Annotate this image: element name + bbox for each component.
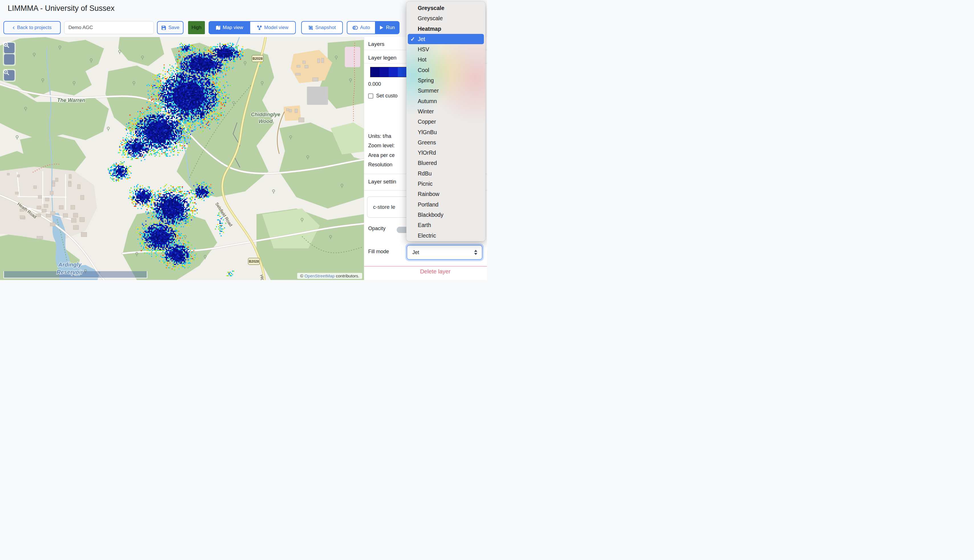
set-custom-label[interactable]: Set custo — [376, 93, 397, 99]
map-label-wood-2: Wood — [259, 118, 273, 124]
map-canvas-area[interactable]: The Warren Chiddinglye Wood Ardingly Res… — [0, 37, 364, 280]
run-label: Run — [386, 25, 395, 30]
dropdown-option-label: Blackbody — [418, 212, 444, 218]
checkmark-icon: ✓ — [410, 34, 415, 44]
dropdown-option-label: Greyscale — [418, 5, 444, 11]
fill-mode-label: Fill mode — [368, 249, 389, 255]
dropdown-option-label: Rainbow — [418, 191, 439, 197]
dropdown-option-electric[interactable]: Electric — [406, 230, 485, 241]
map-label-reservoir-1: Ardingly — [58, 262, 82, 268]
dropdown-option-greens[interactable]: Greens — [406, 137, 485, 148]
play-icon — [380, 25, 384, 30]
dropdown-option-winter[interactable]: Winter — [406, 106, 485, 117]
dropdown-option-label: Greens — [418, 139, 436, 145]
delete-layer-button[interactable]: Delete layer — [420, 268, 450, 275]
dropdown-option-cool[interactable]: Cool — [406, 65, 485, 75]
model-view-label: Model view — [264, 25, 289, 30]
legend-min-value: 0.000 — [368, 81, 381, 87]
set-custom-checkbox[interactable] — [368, 93, 373, 98]
dropdown-option-label: Summer — [418, 87, 439, 94]
map-label-selsfield-road: Selsfield Road — [214, 202, 233, 227]
dropdown-option-rainbow[interactable]: Rainbow — [406, 189, 485, 199]
dropdown-option-viridis[interactable]: Viridis — [406, 241, 485, 241]
fill-mode-dropdown-menu: GreyscaleGreyscaleHeatmap✓JetHSVHotCoolS… — [406, 2, 485, 241]
dropdown-option-label: Portland — [418, 202, 439, 208]
dropdown-option-label: Heatmap — [418, 26, 441, 32]
dropdown-option-summer[interactable]: Summer — [406, 85, 485, 96]
model-tree-icon — [257, 25, 262, 30]
dropdown-option-label: Copper — [418, 118, 436, 125]
auto-toggle-button[interactable]: Auto — [347, 21, 375, 34]
dropdown-option-bluered[interactable]: Bluered — [406, 158, 485, 168]
layer-legend-section-header[interactable]: Layer legen — [368, 55, 396, 61]
dropdown-option-label: HSV — [418, 46, 429, 52]
cstore-level-value: c-store le — [373, 204, 395, 210]
auto-label: Auto — [360, 25, 370, 30]
resolution-info: Resolution — [368, 162, 392, 168]
layer-settings-section-header[interactable]: Layer settin — [368, 178, 396, 185]
dropdown-option-label: Cool — [418, 67, 429, 73]
map-label-reservoir-2: Reservoir — [57, 269, 83, 275]
dropdown-option-autumn[interactable]: Autumn — [406, 96, 485, 106]
dropdown-option-portland[interactable]: Portland — [406, 199, 485, 210]
toggle-icon — [352, 26, 358, 30]
dropdown-option-greyscale: Greyscale — [406, 3, 485, 13]
units-info: Units: t/ha — [368, 133, 391, 139]
area-per-cell-info: Area per ce — [368, 152, 395, 158]
svg-text:B2028: B2028 — [249, 260, 259, 263]
dropdown-option-earth[interactable]: Earth — [406, 220, 485, 230]
snapshot-icon — [309, 25, 313, 30]
status-badge: High — [188, 21, 205, 34]
dropdown-option-blackbody[interactable]: Blackbody — [406, 210, 485, 220]
zoom-level-info: Zoom level: — [368, 143, 395, 149]
save-button[interactable]: Save — [157, 21, 183, 34]
map-label-the-warren: The Warren — [57, 97, 85, 103]
dropdown-option-label: Autumn — [418, 98, 437, 104]
snapshot-label: Snapshot — [315, 25, 336, 30]
map-label-layer: The Warren Chiddinglye Wood Ardingly Res… — [0, 37, 364, 280]
select-updown-icon — [474, 250, 478, 257]
page-title: LIMMMA - University of Sussex — [8, 4, 115, 13]
delete-divider — [364, 266, 487, 267]
road-shield-top: B2028 — [252, 55, 263, 62]
dropdown-option-label: Picnic — [418, 181, 433, 187]
save-icon — [161, 25, 166, 30]
map-view-label: Map view — [223, 25, 244, 30]
dropdown-option-copper[interactable]: Copper — [406, 117, 485, 127]
app-window: LIMMMA - University of Sussex ‹ Back to … — [0, 0, 487, 280]
dropdown-option-label: Spring — [418, 77, 434, 83]
map-label-heath-road: Heath Road — [17, 202, 38, 219]
back-to-projects-label: Back to projects — [17, 25, 52, 30]
dropdown-option-heatmap: Heatmap — [406, 23, 485, 34]
dropdown-option-rdbu[interactable]: RdBu — [406, 168, 485, 178]
dropdown-option-label: Electric — [418, 232, 436, 239]
opacity-label: Opacity — [368, 226, 385, 232]
dropdown-option-hot[interactable]: Hot — [406, 54, 485, 65]
model-view-button[interactable]: Model view — [250, 21, 296, 34]
dropdown-option-label: YlGnBu — [418, 129, 437, 135]
fill-mode-select[interactable]: Jet — [407, 245, 482, 260]
dropdown-option-ylgnbu[interactable]: YlGnBu — [406, 127, 485, 137]
road-shield-bottom: B2028 — [248, 258, 260, 265]
dropdown-option-ylorrd[interactable]: YlOrRd — [406, 148, 485, 158]
map-label-wood-1: Chiddinglye — [251, 112, 280, 117]
layers-section-header[interactable]: Layers — [368, 41, 384, 47]
dropdown-option-picnic[interactable]: Picnic — [406, 178, 485, 189]
snapshot-button[interactable]: Snapshot — [301, 21, 343, 34]
dropdown-option-jet[interactable]: ✓Jet — [408, 34, 484, 44]
dropdown-option-label: RdBu — [418, 170, 432, 177]
map-label-high-street: High Street — [259, 274, 270, 280]
dropdown-option-label: Bluered — [418, 160, 437, 166]
dropdown-option-label: YlOrRd — [418, 150, 436, 156]
dropdown-option-label: Winter — [418, 108, 434, 115]
dropdown-option-greyscale[interactable]: Greyscale — [406, 13, 485, 23]
back-to-projects-button[interactable]: ‹ Back to projects — [3, 21, 61, 34]
dropdown-option-spring[interactable]: Spring — [406, 75, 485, 85]
save-label: Save — [168, 25, 180, 30]
map-view-button[interactable]: Map view — [208, 21, 250, 34]
run-button[interactable]: Run — [375, 21, 400, 34]
project-name-input[interactable] — [64, 21, 154, 34]
dropdown-option-hsv[interactable]: HSV — [406, 44, 485, 54]
dropdown-option-label: Earth — [418, 222, 431, 228]
dropdown-option-label: Greyscale — [418, 15, 443, 22]
